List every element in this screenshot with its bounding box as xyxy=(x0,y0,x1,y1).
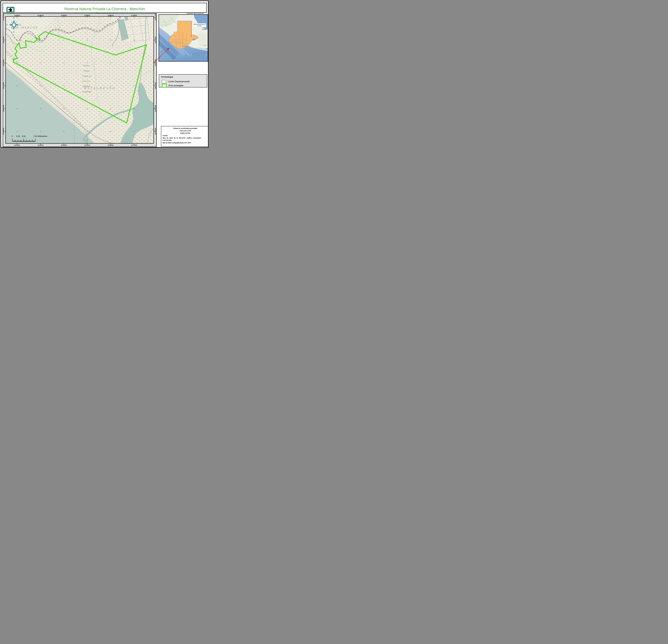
map-document-page: CONAP Reserva Natural Privada La Chorrer… xyxy=(0,0,209,148)
page-border xyxy=(0,0,209,148)
